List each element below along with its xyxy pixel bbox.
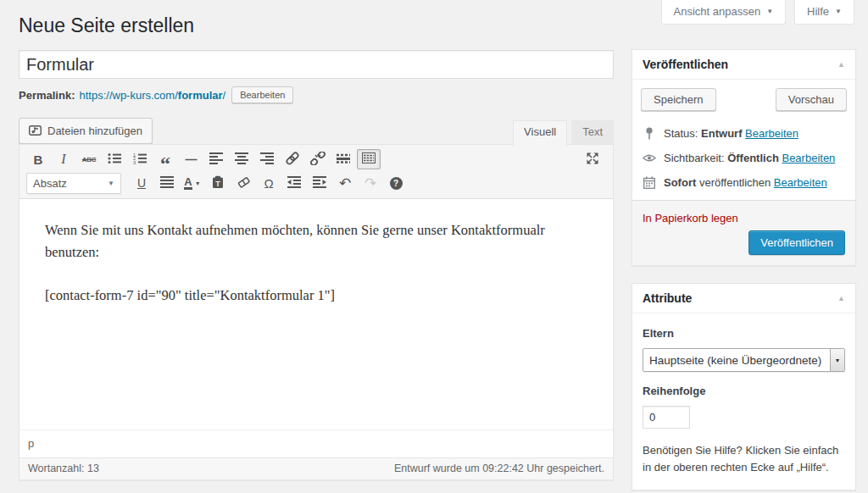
svg-text:T: T <box>215 179 220 187</box>
status-row: Status: Entwurf Bearbeiten <box>641 121 847 146</box>
visibility-row: Sichtbarkeit: Öffentlich Bearbeiten <box>641 146 847 170</box>
content-shortcode: [contact-form-7 id="90" title="Kontaktfo… <box>45 285 587 307</box>
chevron-down-icon: ▼ <box>835 8 842 15</box>
align-right-button[interactable] <box>255 149 279 169</box>
save-draft-button[interactable]: Speichern <box>641 88 716 111</box>
panel-toggle-icon[interactable]: ▲ <box>837 294 845 302</box>
help-label: Hilfe <box>807 5 829 18</box>
remove-link-button[interactable] <box>306 149 330 169</box>
add-media-label: Dateien hinzufügen <box>47 125 142 137</box>
edit-schedule-link[interactable]: Bearbeiten <box>774 176 827 189</box>
keyboard-shortcuts-button[interactable]: ? <box>384 173 408 193</box>
strikethrough-button[interactable]: ABC <box>77 149 101 169</box>
fullscreen-button[interactable] <box>581 149 604 169</box>
align-center-button[interactable] <box>230 149 253 169</box>
italic-button[interactable]: I <box>52 149 75 169</box>
redo-icon: ↷ <box>364 174 376 192</box>
blockquote-button[interactable]: “ <box>153 149 177 169</box>
minor-publishing-actions: Speichern Vorschau <box>641 88 847 111</box>
menu-order-input[interactable] <box>643 406 690 429</box>
align-left-button[interactable] <box>204 149 228 169</box>
outdent-icon <box>287 176 301 191</box>
element-path-bar[interactable]: p <box>19 429 613 457</box>
permalink-row: Permalink: https://wp-kurs.com/formular/… <box>19 86 614 103</box>
schedule-row: Sofort veröffentlichen Bearbeiten <box>641 170 847 195</box>
redo-button[interactable]: ↷ <box>359 173 382 193</box>
numbered-list-button[interactable]: 123 <box>128 149 152 169</box>
attributes-panel-body: Eltern Hauptseite (keine Übergeordnete) … <box>632 313 855 490</box>
status-text: Status: Entwurf Bearbeiten <box>664 127 798 140</box>
insert-link-button[interactable] <box>281 149 304 169</box>
preview-button[interactable]: Vorschau <box>776 88 847 111</box>
outdent-button[interactable] <box>282 173 306 193</box>
move-to-trash-link[interactable]: In Papierkorb legen <box>643 212 738 224</box>
paragraph-format-select[interactable]: Absatz ▼ <box>26 173 121 194</box>
underline-button[interactable]: U <box>130 173 153 193</box>
word-count-value: 13 <box>87 463 99 474</box>
calendar-icon <box>643 176 656 189</box>
edit-permalink-button[interactable]: Bearbeiten <box>231 86 293 103</box>
schedule-rest: veröffentlichen <box>699 176 771 189</box>
paste-as-text-button[interactable]: T <box>206 173 230 193</box>
post-title-input[interactable] <box>19 50 614 79</box>
unlink-icon <box>310 152 326 168</box>
screen-meta-links: Ansicht anpassen ▼ Hilfe ▼ <box>661 0 854 25</box>
fullscreen-icon <box>586 152 599 168</box>
attributes-panel-header[interactable]: Attribute ▲ <box>632 284 855 313</box>
clear-formatting-button[interactable] <box>231 173 255 193</box>
paste-as-text-icon: T <box>211 175 225 191</box>
page-title: Neue Seite erstellen <box>19 14 614 38</box>
screen-options-toggle[interactable]: Ansicht anpassen ▼ <box>661 0 787 25</box>
publish-panel-body: Speichern Vorschau Status: Entwurf Bearb… <box>632 80 855 200</box>
parent-label: Eltern <box>643 327 845 340</box>
help-toggle[interactable]: Hilfe ▼ <box>794 0 854 25</box>
schedule-text: Sofort veröffentlichen Bearbeiten <box>664 176 827 189</box>
attributes-panel: Attribute ▲ Eltern Hauptseite (keine Übe… <box>632 283 856 490</box>
edit-status-link[interactable]: Bearbeiten <box>745 127 798 140</box>
read-more-button[interactable] <box>331 149 355 169</box>
permalink-slug: formular <box>178 89 223 102</box>
read-more-icon <box>337 152 350 166</box>
add-media-button[interactable]: Dateien hinzufügen <box>19 118 153 144</box>
toolbar-toggle-button[interactable] <box>357 149 381 169</box>
toolbar-toggle-icon <box>362 152 376 166</box>
editor-content[interactable]: Wenn Sie mit uns Kontakt aufnehmen möcht… <box>19 199 613 429</box>
editor-mode-tabs: Visuell Text <box>509 120 614 144</box>
eye-icon <box>643 153 656 163</box>
special-character-button[interactable]: Ω <box>257 173 281 193</box>
tab-text[interactable]: Text <box>571 120 614 144</box>
pin-icon <box>643 127 656 140</box>
horizontal-rule-icon: — <box>186 152 197 166</box>
publish-panel-header[interactable]: Veröffentlichen ▲ <box>632 50 855 80</box>
bullet-list-button[interactable] <box>103 149 126 169</box>
panel-toggle-icon[interactable]: ▲ <box>837 60 845 69</box>
text-color-button[interactable]: A ▼ <box>181 173 204 193</box>
media-icon <box>29 124 42 138</box>
parent-select-value: Hauptseite (keine Übergeordnete) <box>643 349 830 371</box>
horizontal-rule-button[interactable]: — <box>179 149 203 169</box>
justify-icon <box>160 176 174 191</box>
edit-visibility-link[interactable]: Bearbeiten <box>782 152 835 164</box>
bold-button[interactable]: B <box>26 149 50 169</box>
undo-button[interactable]: ↶ <box>333 173 357 193</box>
chevron-down-icon: ▼ <box>766 8 773 15</box>
align-left-icon <box>209 152 223 167</box>
format-select-value: Absatz <box>33 177 67 190</box>
editor-status-bar: Wortanzahl: 13 Entwurf wurde um 09:22:42… <box>19 457 613 479</box>
permalink-base: https://wp-kurs.com/ <box>79 89 177 102</box>
indent-button[interactable] <box>308 173 331 193</box>
admin-content: Neue Seite erstellen Permalink: https://… <box>0 0 868 493</box>
justify-button[interactable] <box>155 173 179 193</box>
word-count-label: Wortanzahl: <box>28 463 84 474</box>
schedule-bold: Sofort <box>664 176 696 189</box>
screen-options-label: Ansicht anpassen <box>674 5 761 18</box>
publish-panel-title: Veröffentlichen <box>643 58 728 71</box>
bullet-list-icon <box>108 152 122 167</box>
publish-button[interactable]: Veröffentlichen <box>748 230 845 255</box>
permalink-label: Permalink: <box>19 89 75 102</box>
tab-visual[interactable]: Visuell <box>513 120 567 145</box>
permalink-link[interactable]: https://wp-kurs.com/formular/ <box>79 89 225 102</box>
parent-page-select[interactable]: Hauptseite (keine Übergeordnete) ▼ <box>643 348 845 372</box>
visibility-value: Öffentlich <box>727 152 779 164</box>
indent-icon <box>313 176 326 191</box>
